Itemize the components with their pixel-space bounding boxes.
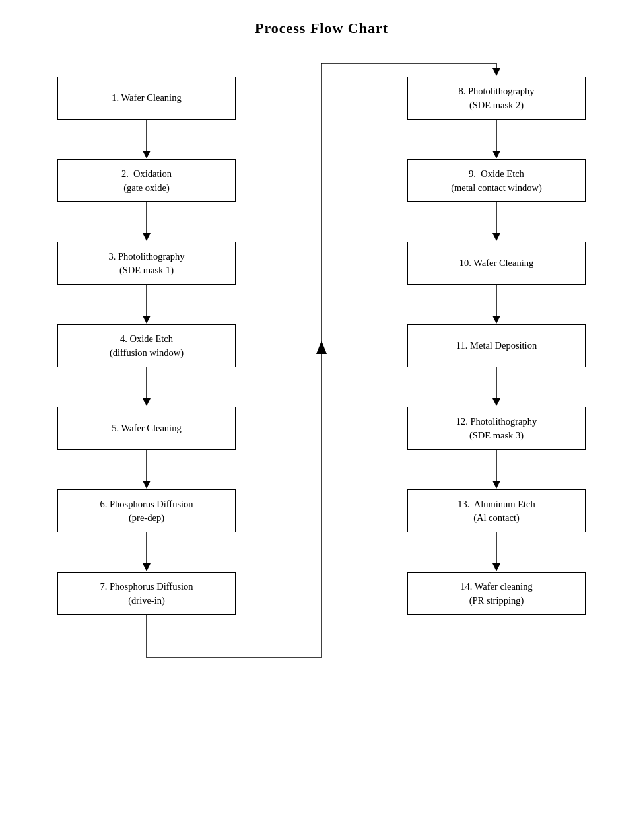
box-5: 5. Wafer Cleaning <box>57 407 236 450</box>
box-9: 9. Oxide Etch(metal contact window) <box>407 159 586 202</box>
box-14: 14. Wafer cleaning(PR stripping) <box>407 572 586 615</box>
page-title: Process Flow Chart <box>255 20 388 37</box>
box-10: 10. Wafer Cleaning <box>407 242 586 285</box>
box-4: 4. Oxide Etch(diffusion window) <box>57 324 236 367</box>
box-6: 6. Phosphorus Diffusion(pre-dep) <box>57 489 236 532</box>
svg-marker-19 <box>316 341 327 354</box>
box-7: 7. Phosphorus Diffusion(drive-in) <box>57 572 236 615</box>
box-3: 3. Photolithography(SDE mask 1) <box>57 242 236 285</box>
box-13: 13. Aluminum Etch(Al contact) <box>407 489 586 532</box>
box-12: 12. Photolithography(SDE mask 3) <box>407 407 586 450</box>
box-2: 2. Oxidation(gate oxide) <box>57 159 236 202</box>
flowchart: 1. Wafer Cleaning 2. Oxidation(gate oxid… <box>38 57 605 783</box>
box-1: 1. Wafer Cleaning <box>57 77 236 120</box>
box-8: 8. Photolithography(SDE mask 2) <box>407 77 586 120</box>
box-11: 11. Metal Deposition <box>407 324 586 367</box>
